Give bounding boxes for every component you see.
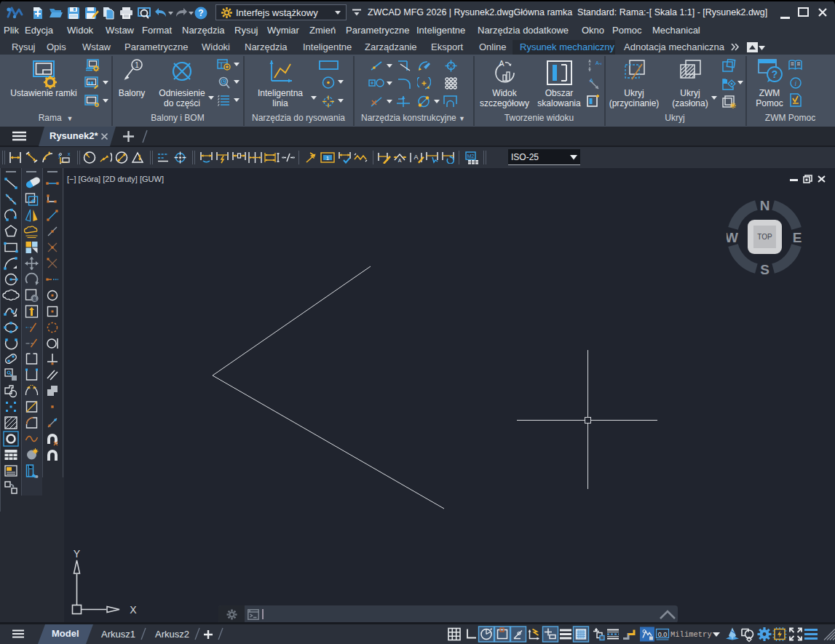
svg-text:A: A bbox=[398, 158, 402, 163]
svg-text:A: A bbox=[499, 59, 504, 68]
svg-text:?: ? bbox=[772, 68, 778, 80]
svg-text:M2: M2 bbox=[467, 154, 475, 159]
svg-text:Y: Y bbox=[74, 548, 81, 560]
svg-text:A-A: A-A bbox=[595, 60, 601, 65]
svg-text:x: x bbox=[68, 151, 71, 156]
svg-text:?: ? bbox=[198, 8, 203, 18]
svg-text:A: A bbox=[413, 154, 418, 161]
svg-text:i: i bbox=[795, 79, 797, 87]
svg-text:0.0: 0.0 bbox=[658, 631, 668, 638]
svg-text:A: A bbox=[590, 78, 593, 83]
svg-text:1: 1 bbox=[135, 61, 139, 69]
svg-text:1: 1 bbox=[326, 155, 330, 162]
svg-text:X: X bbox=[130, 604, 137, 616]
